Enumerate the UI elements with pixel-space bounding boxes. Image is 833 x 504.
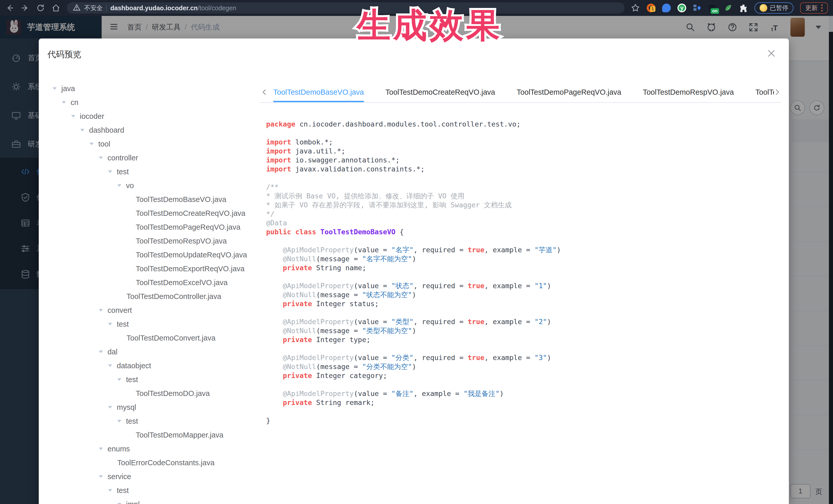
tree-file[interactable]: ToolTestDemoMapper.java — [39, 428, 259, 442]
browser-reload-icon[interactable] — [36, 3, 45, 13]
tree-node-label: dal — [108, 348, 118, 356]
caret-down-icon — [99, 351, 103, 353]
caret-down-icon — [117, 420, 121, 423]
code-preview-dialog: 代码预览 javacniocoderdashboardtoolcontrolle… — [39, 39, 789, 504]
browser-back-icon[interactable] — [5, 3, 15, 13]
address-bar[interactable]: 不安全 dashboard.yudao.iocoder.cn/tool/code… — [67, 2, 625, 14]
tree-folder[interactable]: mysql — [39, 400, 259, 414]
code-line: @ApiModelProperty(value = "类型", required… — [266, 317, 561, 326]
tree-folder[interactable]: dataobject — [39, 359, 259, 373]
tree-folder[interactable]: impl — [39, 497, 259, 504]
tree-file[interactable]: ToolTestDemoUpdateReqVO.java — [39, 248, 259, 262]
tree-node-label: cn — [71, 98, 78, 107]
caret-down-icon — [117, 184, 121, 187]
tree-file[interactable]: ToolTestDemoController.java — [39, 289, 259, 303]
caret-down-icon — [108, 323, 112, 326]
tab-ToolTestDemoCreateReqVO.java[interactable]: ToolTestDemoCreateReqVO.java — [385, 82, 495, 102]
app-viewport: 首页系统管理基础设施研发工具 代码生成代表系数 芋道管理系统 首页/研发工具/代… — [0, 16, 833, 504]
browser-home-icon[interactable] — [51, 3, 61, 13]
browser-update-button[interactable]: 更新 — [800, 2, 828, 14]
code-line: * 测试示例 Base VO, 提供给添加、修改、详细的子 VO 使用 — [266, 191, 561, 200]
code-line: import io.swagger.annotations.*; — [266, 155, 561, 165]
url-text[interactable]: dashboard.yudao.iocoder.cn/tool/codegen — [110, 4, 236, 12]
code-line: private String remark; — [266, 398, 561, 407]
code-line: private Integer status; — [266, 299, 561, 308]
tree-node-label: dashboard — [89, 126, 124, 135]
tree-file[interactable]: ToolTestDemoConvert.java — [39, 331, 259, 345]
code-line: @ApiModelProperty(value = "状态", required… — [266, 281, 561, 290]
code-line — [266, 407, 561, 416]
tree-folder[interactable]: dal — [39, 345, 259, 359]
tree-file[interactable]: ToolTestDemoBaseVO.java — [39, 192, 259, 206]
code-line — [266, 272, 561, 281]
extension-green-y-icon[interactable]: y — [677, 4, 686, 12]
browser-menu-kebab-icon[interactable] — [821, 4, 823, 11]
tree-node-label: ToolTestDemoMapper.java — [136, 431, 223, 439]
dialog-close-icon[interactable] — [766, 48, 777, 58]
tab-ToolTestDemoPageReqVO.java[interactable]: ToolTestDemoPageReqVO.java — [517, 82, 621, 102]
tree-folder[interactable]: test — [39, 373, 259, 386]
caret-down-icon — [90, 143, 94, 145]
profile-paused-chip[interactable]: 已暂停 — [755, 2, 793, 14]
not-secure-warning-icon[interactable] — [73, 4, 80, 12]
tree-file[interactable]: ToolTestDemoRespVO.java — [39, 234, 259, 248]
code-line: public class ToolTestDemoBaseVO { — [266, 227, 561, 236]
code-line — [266, 173, 561, 183]
tabs-scroll-left-icon[interactable] — [261, 82, 268, 102]
caret-down-icon — [108, 489, 112, 492]
tree-file[interactable]: ToolTestDemoExcelVO.java — [39, 275, 259, 289]
tree-folder[interactable]: vo — [39, 178, 259, 192]
extension-blue-drop-icon[interactable] — [662, 4, 671, 12]
code-line — [266, 128, 561, 138]
extensions-puzzle-icon[interactable] — [739, 4, 748, 12]
tree-file[interactable]: ToolTestDemoExportReqVO.java — [39, 262, 259, 275]
tab-ToolTestDemoBaseVO.java[interactable]: ToolTestDemoBaseVO.java — [273, 82, 364, 102]
extension-letter: y — [680, 5, 683, 11]
tree-folder[interactable]: tool — [39, 137, 259, 151]
extension-on-badge-icon[interactable]: on — [708, 4, 717, 12]
code-line: private String name; — [266, 263, 561, 272]
tree-node-label: ToolTestDemoExcelVO.java — [136, 279, 228, 287]
tab-ToolTestDemoRespVO.java[interactable]: ToolTestDemoRespVO.java — [643, 82, 734, 102]
extension-leaf-icon[interactable] — [724, 4, 732, 12]
tree-folder[interactable]: test — [39, 317, 259, 331]
tree-folder[interactable]: controller — [39, 151, 259, 165]
tree-node-label: test — [126, 376, 138, 384]
not-secure-label[interactable]: 不安全 — [84, 4, 103, 12]
tree-folder[interactable]: dashboard — [39, 123, 259, 137]
tree-folder[interactable]: iocoder — [39, 109, 259, 123]
tabs-scroll-right-icon[interactable] — [774, 82, 781, 102]
code-line: @NotNull(message = "状态不能为空") — [266, 290, 561, 299]
tree-folder[interactable]: enums — [39, 442, 259, 456]
caret-down-icon — [99, 448, 103, 450]
tree-folder[interactable]: service — [39, 470, 259, 483]
extension-blue-grid-icon[interactable] — [693, 4, 701, 12]
page-scrollbar[interactable] — [829, 32, 833, 504]
tree-node-label: controller — [108, 154, 138, 162]
tree-folder[interactable]: convert — [39, 303, 259, 317]
tree-folder[interactable]: test — [39, 483, 259, 497]
tree-node-label: enums — [108, 445, 130, 453]
code-line — [266, 380, 561, 389]
paused-label: 已暂停 — [770, 4, 788, 12]
tree-folder[interactable]: test — [39, 165, 259, 178]
tree-file[interactable]: ToolTestDemoPageReqVO.java — [39, 220, 259, 234]
caret-down-icon — [108, 170, 112, 173]
tree-file[interactable]: ToolTestDemoCreateReqVO.java — [39, 206, 259, 220]
tree-node-label: test — [117, 486, 129, 495]
browser-forward-icon[interactable] — [21, 3, 30, 13]
tree-node-label: ToolTestDemoDO.java — [136, 389, 210, 398]
tree-folder[interactable]: cn — [39, 95, 259, 109]
code-line: @ApiModelProperty(value = "名字", required… — [266, 245, 561, 254]
tree-folder[interactable]: test — [39, 414, 259, 428]
code-line: import lombok.*; — [266, 138, 561, 146]
tree-file[interactable]: ToolTestDemoDO.java — [39, 386, 259, 400]
bookmark-star-icon[interactable] — [631, 3, 640, 13]
tree-folder[interactable]: java — [39, 81, 259, 95]
caret-down-icon — [99, 475, 103, 478]
tree-file[interactable]: ToolErrorCodeConstants.java — [39, 456, 259, 470]
extension-orange-donut-icon[interactable]: 1 — [647, 4, 656, 12]
caret-down-icon — [117, 503, 121, 504]
annotation-text: 生成效果 — [357, 7, 502, 44]
tab-ToolTe[interactable]: ToolTe — [756, 82, 777, 102]
